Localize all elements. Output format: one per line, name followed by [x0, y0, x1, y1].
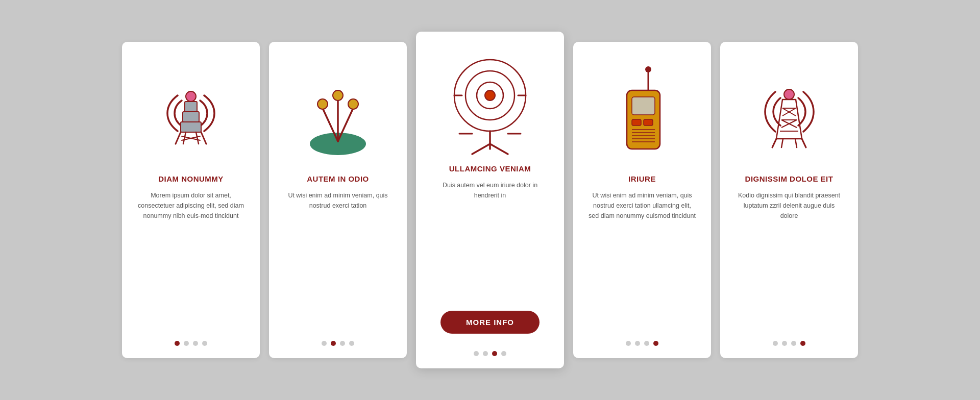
svg-line-7 — [196, 132, 199, 144]
card-4-dots — [626, 341, 658, 346]
svg-line-5 — [201, 132, 206, 144]
card-2-dots — [322, 341, 354, 346]
card-2: AUTEM IN ODIO Ut wisi enim ad minim veni… — [269, 42, 407, 358]
card-3-title: ULLAMCING VENIAM — [449, 164, 531, 173]
dot — [800, 341, 805, 346]
walkie-talkie-icon — [611, 62, 673, 164]
svg-rect-2 — [183, 112, 199, 122]
svg-point-20 — [485, 90, 495, 101]
dot — [175, 341, 180, 346]
card-1: DIAM NONUMMY Morem ipsum dolor sit amet,… — [122, 42, 260, 358]
card-1-text: Morem ipsum dolor sit amet, consectetuer… — [136, 190, 246, 221]
svg-line-6 — [183, 132, 186, 144]
dot — [653, 341, 658, 346]
walkie-talkie-icon-area — [587, 57, 697, 169]
dot — [349, 341, 354, 346]
card-5-dots — [773, 341, 805, 346]
dot — [184, 341, 189, 346]
svg-rect-1 — [185, 102, 197, 112]
card-1-title: DIAM NONUMMY — [158, 174, 224, 183]
dot — [644, 341, 649, 346]
svg-line-48 — [772, 139, 776, 147]
dot — [626, 341, 631, 346]
card-3-text: Duis autem vel eum iriure dolor in hendr… — [430, 180, 550, 201]
tower-signal2-icon — [751, 65, 827, 162]
card-2-title: AUTEM IN ODIO — [307, 174, 369, 183]
svg-line-22 — [472, 144, 490, 154]
svg-point-16 — [348, 99, 358, 109]
card-5-title: DIGNISSIM DOLOE EIT — [745, 174, 834, 183]
dot — [773, 341, 778, 346]
card-4: IRIURE Ut wisi enim ad minim veniam, qui… — [573, 42, 711, 358]
svg-line-49 — [802, 139, 806, 147]
svg-point-39 — [784, 89, 794, 99]
svg-rect-32 — [632, 119, 641, 126]
card-3-dots — [474, 351, 506, 356]
dot — [340, 341, 345, 346]
dot — [322, 341, 327, 346]
svg-rect-3 — [181, 122, 201, 132]
dot — [331, 341, 336, 346]
card-4-text: Ut wisi enim ad minim veniam, quis nostr… — [587, 190, 697, 221]
svg-line-50 — [781, 139, 783, 147]
dot — [193, 341, 198, 346]
tower-signal2-icon-area — [734, 57, 844, 169]
alien-antenna-icon — [300, 62, 376, 164]
dot — [474, 351, 479, 356]
dot — [501, 351, 506, 356]
svg-marker-40 — [776, 99, 802, 139]
svg-line-4 — [176, 132, 181, 144]
tower-signal-icon-area — [136, 57, 246, 169]
dot — [782, 341, 787, 346]
card-5-text: Kodio dignissim qui blandit praesent lup… — [734, 190, 844, 221]
card-1-dots — [175, 341, 207, 346]
dot — [635, 341, 640, 346]
svg-point-29 — [645, 66, 651, 72]
dot — [791, 341, 796, 346]
svg-rect-33 — [644, 119, 653, 126]
alien-antenna-icon-area — [283, 57, 393, 169]
dot — [202, 341, 207, 346]
svg-line-23 — [490, 144, 508, 154]
card-4-title: IRIURE — [628, 174, 656, 183]
cards-container: DIAM NONUMMY Morem ipsum dolor sit amet,… — [91, 11, 889, 389]
card-2-text: Ut wisi enim ad minim veniam, quis nostr… — [283, 190, 393, 211]
svg-line-51 — [795, 139, 797, 147]
svg-point-0 — [186, 91, 196, 102]
svg-point-15 — [333, 90, 343, 101]
svg-point-14 — [317, 99, 328, 109]
svg-rect-31 — [632, 97, 655, 115]
dot — [492, 351, 497, 356]
radar-icon — [444, 49, 536, 157]
card-5: DIGNISSIM DOLOE EIT Kodio dignissim qui … — [720, 42, 858, 358]
dot — [483, 351, 488, 356]
card-3-featured: ULLAMCING VENIAM Duis autem vel eum iriu… — [416, 32, 564, 368]
radar-icon-area — [430, 47, 550, 159]
tower-signal-icon — [155, 65, 227, 162]
more-info-button[interactable]: MORE INFO — [440, 311, 540, 334]
